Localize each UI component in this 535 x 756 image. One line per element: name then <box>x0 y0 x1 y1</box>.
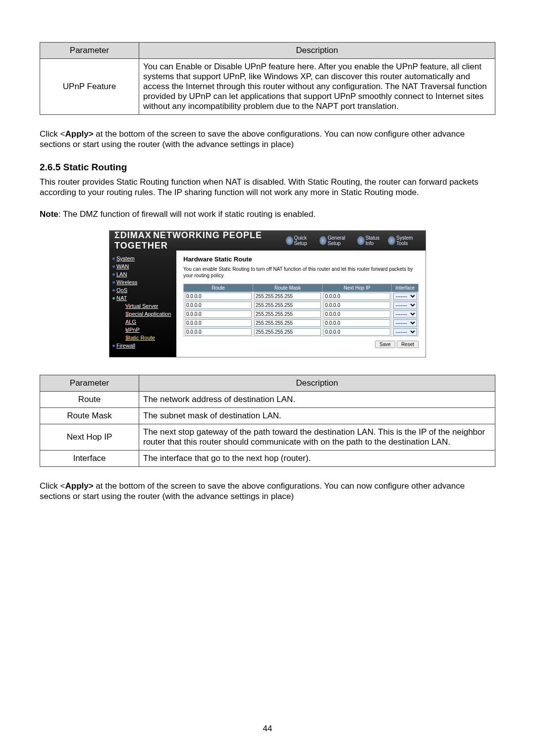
page-number: 44 <box>0 724 535 734</box>
route-input[interactable] <box>185 310 252 318</box>
sidebar-item-label: ALG <box>125 319 136 325</box>
sidebar-sub-special-application[interactable]: Special Application <box>121 310 173 318</box>
sidebar-item-system[interactable]: System <box>112 254 173 262</box>
text: Click < <box>40 129 65 139</box>
router-logo: ΣDIMAX NETWORKING PEOPLE TOGETHER <box>114 230 286 251</box>
interface-select[interactable]: ------- <box>393 310 417 318</box>
tab-status-info[interactable]: Status Info <box>357 235 385 246</box>
route-input[interactable] <box>185 302 252 309</box>
interface-select[interactable]: ------- <box>393 328 417 336</box>
globe-icon <box>286 236 293 245</box>
cell-param: Route <box>40 392 139 408</box>
interface-select[interactable]: ------- <box>393 302 417 309</box>
apply-bold: Apply> <box>65 481 93 491</box>
reset-button[interactable]: Reset <box>397 341 419 348</box>
route-input[interactable] <box>185 328 252 336</box>
tab-label: Quick Setup <box>294 235 317 246</box>
sidebar-item-label: Special Application <box>125 311 171 317</box>
panel-title: Hardware Static Route <box>183 255 419 263</box>
col-next-hop: Next Hop IP <box>322 284 392 292</box>
cell-param: Next Hop IP <box>40 424 139 451</box>
static-route-parameter-table: Parameter Description RouteThe network a… <box>40 375 495 467</box>
cell-desc: The network address of destination LAN. <box>139 392 495 408</box>
note-line: Note: The DMZ function of firewall will … <box>40 209 495 219</box>
route-mask-input[interactable] <box>254 293 321 300</box>
interface-select[interactable]: ------- <box>393 319 417 327</box>
cell-desc: The next stop gateway of the path toward… <box>139 424 495 451</box>
header-tabs: Quick Setup General Setup Status Info Sy… <box>286 235 421 246</box>
sidebar-item-label: QoS <box>116 287 127 293</box>
sidebar-item-label: WAN <box>116 263 129 269</box>
interface-select[interactable]: ------- <box>393 293 417 300</box>
header-description: Description <box>139 43 495 59</box>
sidebar-item-label: Virtual Server <box>125 303 158 309</box>
tab-system-tools[interactable]: System Tools <box>388 235 421 246</box>
route-input[interactable] <box>185 319 252 327</box>
sidebar-item-label: Firewall <box>116 343 135 349</box>
route-mask-input[interactable] <box>254 328 321 336</box>
header-parameter: Parameter <box>40 43 139 59</box>
upnp-parameter-table: Parameter Description UPnP Feature You c… <box>40 42 495 115</box>
cell-param: Route Mask <box>40 408 139 424</box>
cell-desc: The interface that go to the next hop (r… <box>139 451 495 467</box>
header-parameter: Parameter <box>40 375 139 392</box>
note-body: : The DMZ function of firewall will not … <box>58 209 316 219</box>
save-button[interactable]: Save <box>375 341 395 348</box>
section-heading-static-routing: 2.6.5 Static Routing <box>40 162 495 173</box>
sidebar-item-wan[interactable]: WAN <box>112 262 173 270</box>
sidebar-item-qos[interactable]: QoS <box>112 286 173 294</box>
route-mask-input[interactable] <box>254 302 321 309</box>
sidebar-item-label: NAT <box>116 295 127 301</box>
sidebar-item-label: System <box>116 255 135 261</box>
note-label: Note <box>40 209 58 219</box>
button-row: Save Reset <box>183 341 419 348</box>
globe-icon <box>388 236 395 245</box>
route-mask-input[interactable] <box>254 319 321 327</box>
route-row: ------- <box>184 301 419 310</box>
router-header: ΣDIMAX NETWORKING PEOPLE TOGETHER Quick … <box>109 231 426 251</box>
panel-hint: You can enable Static Routing to turn of… <box>183 266 419 279</box>
tab-label: Status Info <box>366 235 385 246</box>
globe-icon <box>357 236 365 245</box>
tab-label: General Setup <box>327 235 354 246</box>
sidebar-item-nat[interactable]: NAT <box>112 294 173 302</box>
next-hop-input[interactable] <box>323 310 390 318</box>
sidebar-item-label: Static Route <box>125 335 155 341</box>
static-route-table: Route Route Mask Next Hop IP Interface -… <box>183 284 419 337</box>
apply-bold: Apply> <box>65 129 93 139</box>
sidebar-item-label: LAN <box>116 271 127 277</box>
sidebar-sub-alg[interactable]: ALG <box>121 318 173 326</box>
table-row: UPnP Feature You can Enable or Disable U… <box>40 59 495 115</box>
next-hop-input[interactable] <box>323 319 390 327</box>
next-hop-input[interactable] <box>323 302 390 309</box>
section-body: This router provides Static Routing func… <box>40 177 495 198</box>
sidebar-sub-upnp[interactable]: UPnP <box>121 326 173 334</box>
router-main-panel: Hardware Static Route You can enable Sta… <box>176 251 426 357</box>
route-row: ------- <box>184 319 419 328</box>
sidebar-item-lan[interactable]: LAN <box>112 270 173 278</box>
text: at the bottom of the screen to save the … <box>40 129 465 149</box>
sidebar-item-label: UPnP <box>125 327 140 333</box>
col-interface: Interface <box>392 284 419 292</box>
cell-desc: The subnet mask of destination LAN. <box>139 408 495 424</box>
tab-general-setup[interactable]: General Setup <box>320 235 354 246</box>
logo-text: ΣDIMAX <box>114 230 152 240</box>
table-row: RouteThe network address of destination … <box>40 392 495 408</box>
col-route: Route <box>184 284 253 292</box>
apply-instruction-2: Click <Apply> at the bottom of the scree… <box>40 481 495 502</box>
sidebar-sub-virtual-server[interactable]: Virtual Server <box>121 302 173 310</box>
route-mask-input[interactable] <box>254 310 321 318</box>
router-sidebar: System WAN LAN Wireless QoS NAT Virtual … <box>109 251 176 357</box>
sidebar-item-firewall[interactable]: Firewall <box>112 342 173 350</box>
cell-param: Interface <box>40 451 139 467</box>
next-hop-input[interactable] <box>323 328 390 336</box>
route-input[interactable] <box>185 293 252 300</box>
sidebar-item-wireless[interactable]: Wireless <box>112 278 173 286</box>
table-row: Next Hop IPThe next stop gateway of the … <box>40 424 495 451</box>
sidebar-sub-static-route[interactable]: Static Route <box>121 334 173 342</box>
tab-label: System Tools <box>396 235 421 246</box>
tab-quick-setup[interactable]: Quick Setup <box>286 235 317 246</box>
next-hop-input[interactable] <box>323 293 390 300</box>
text: Click < <box>40 481 65 491</box>
table-row: Route MaskThe subnet mask of destination… <box>40 408 495 424</box>
